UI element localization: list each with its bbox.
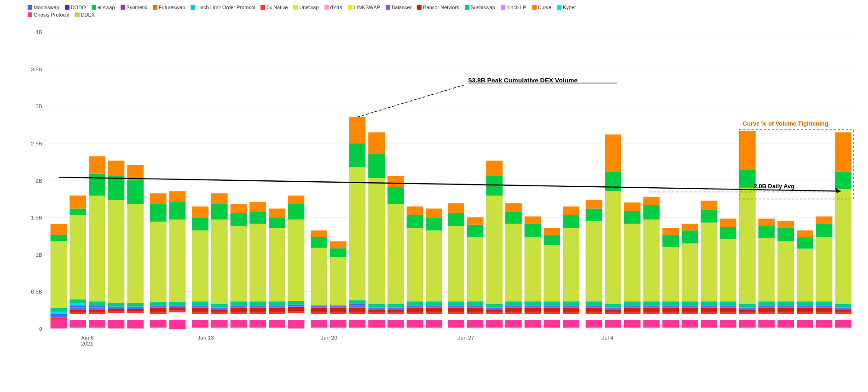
svg-rect-124 (330, 320, 347, 328)
bar-22 (467, 217, 484, 328)
svg-rect-191 (486, 307, 503, 310)
svg-rect-63 (169, 308, 186, 310)
legend-item-sushiswap: Sushiswap (465, 5, 495, 10)
svg-rect-72 (192, 306, 208, 308)
svg-rect-188 (486, 320, 503, 328)
legend-item-airswap: airswap (92, 5, 115, 10)
legend-color-linkswap (348, 5, 353, 10)
svg-rect-295 (739, 307, 756, 310)
svg-rect-14 (51, 308, 67, 312)
svg-rect-149 (388, 312, 404, 314)
main-chart: 4B 3.5B 3B 2.5B 2B 1.5B 1B 0.5B 0 (28, 21, 859, 352)
svg-rect-267 (662, 228, 679, 235)
svg-rect-247 (624, 306, 641, 308)
svg-rect-208 (525, 301, 541, 306)
svg-rect-271 (682, 306, 698, 308)
bar-17 (368, 133, 385, 328)
svg-rect-213 (544, 312, 560, 314)
svg-rect-86 (231, 312, 247, 314)
svg-rect-279 (701, 306, 718, 308)
svg-rect-48 (127, 307, 144, 309)
svg-rect-115 (288, 204, 305, 219)
svg-rect-225 (563, 228, 579, 301)
svg-rect-223 (563, 306, 579, 308)
svg-rect-171 (426, 208, 442, 217)
x-label-jun27: Jun 27 (458, 334, 475, 340)
legend-color-curve (532, 5, 537, 10)
bar-5 (127, 165, 144, 329)
bar-20 (426, 208, 442, 328)
svg-rect-71 (192, 307, 208, 311)
svg-rect-201 (505, 224, 522, 302)
svg-rect-289 (720, 239, 736, 301)
bar-38 (777, 221, 794, 328)
bar-41 (835, 133, 851, 328)
svg-rect-160 (407, 301, 423, 306)
bar-14 (311, 231, 327, 328)
svg-rect-303 (758, 306, 775, 308)
svg-rect-153 (388, 204, 404, 304)
bar-4 (108, 161, 125, 329)
svg-rect-157 (407, 312, 423, 314)
svg-rect-314 (777, 228, 794, 241)
svg-rect-323 (797, 231, 813, 237)
svg-rect-205 (525, 312, 541, 314)
svg-rect-158 (407, 307, 423, 311)
svg-rect-135 (349, 304, 366, 306)
svg-rect-258 (643, 205, 660, 219)
bar-16 (349, 117, 366, 328)
svg-rect-101 (269, 320, 285, 328)
y-label-1b: 1B (35, 252, 42, 258)
y-label-0: 0 (39, 326, 42, 332)
svg-rect-97 (249, 301, 266, 306)
svg-rect-212 (544, 320, 560, 328)
svg-rect-179 (448, 203, 464, 213)
svg-rect-45 (127, 320, 144, 329)
svg-rect-293 (739, 312, 756, 314)
svg-rect-316 (797, 320, 813, 328)
svg-rect-49 (127, 303, 144, 307)
bar-15 (330, 241, 347, 328)
svg-rect-56 (150, 306, 167, 308)
svg-rect-228 (586, 320, 602, 328)
bar-34 (701, 201, 718, 328)
svg-rect-165 (426, 312, 442, 314)
svg-rect-318 (797, 307, 813, 311)
svg-rect-265 (662, 247, 679, 301)
legend-label-sushiswap: Sushiswap (471, 5, 495, 10)
bar-2 (69, 196, 86, 328)
svg-rect-44 (108, 161, 125, 176)
svg-rect-322 (797, 237, 813, 249)
svg-rect-64 (169, 306, 186, 308)
svg-rect-202 (505, 212, 522, 224)
svg-rect-234 (586, 208, 602, 221)
svg-rect-108 (269, 208, 285, 217)
legend-item-futureswap: Futureswap (153, 5, 185, 10)
svg-rect-315 (777, 221, 794, 228)
svg-rect-11 (51, 316, 67, 317)
legend-color-0x (260, 5, 265, 10)
svg-rect-292 (739, 320, 756, 328)
svg-rect-309 (777, 312, 794, 314)
legend-color-1inch-limit (191, 5, 195, 10)
svg-rect-88 (231, 306, 247, 308)
svg-rect-33 (89, 301, 105, 306)
x-label-jun6: Jun 6 (80, 334, 93, 340)
svg-rect-241 (605, 191, 621, 303)
bar-24 (505, 203, 522, 328)
svg-rect-166 (426, 307, 442, 311)
legend-color-gnosis (28, 12, 32, 17)
legend-color-kyber (557, 5, 561, 10)
legend-label-0x: 0x Native (266, 5, 288, 10)
svg-rect-53 (150, 320, 167, 328)
legend-item-gnosis: Gnosis Protocol (28, 12, 69, 17)
svg-rect-285 (720, 312, 736, 314)
svg-rect-272 (682, 301, 698, 306)
svg-rect-336 (835, 304, 851, 308)
legend-label-1inch-lp: 1inch LP (507, 5, 527, 10)
svg-rect-290 (720, 227, 736, 239)
svg-rect-85 (231, 320, 247, 328)
svg-rect-320 (797, 301, 813, 306)
svg-rect-169 (426, 231, 442, 301)
svg-rect-78 (211, 312, 228, 314)
